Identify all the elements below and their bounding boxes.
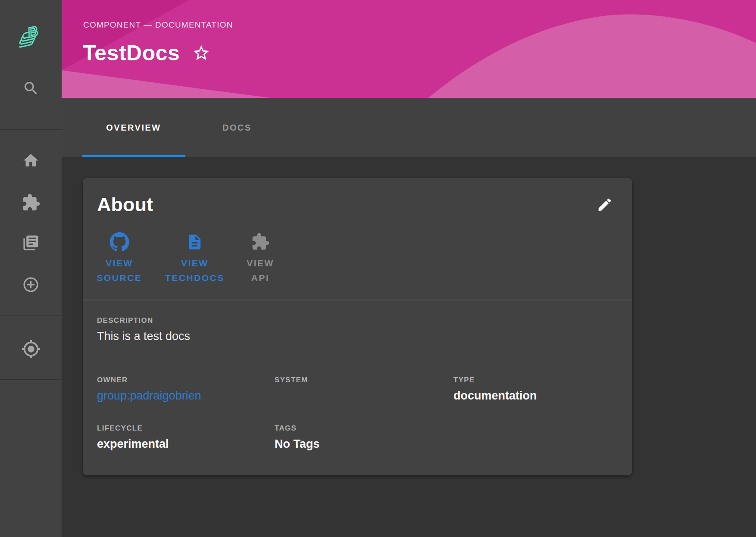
field-system-label: SYSTEM: [275, 375, 308, 384]
entity-header: COMPONENT — DOCUMENTATION TestDocs: [62, 0, 756, 98]
sidebar-divider: [0, 315, 62, 316]
backstage-logo-icon: B: [19, 22, 43, 49]
sidebar-item-plugins[interactable]: [0, 193, 62, 212]
view-source-label-line1: VIEW: [106, 256, 133, 271]
view-source-action[interactable]: VIEW SOURCE: [97, 232, 142, 285]
view-techdocs-label-line2: TECHDOCS: [165, 271, 225, 285]
star-outline-icon: [192, 44, 211, 62]
field-tags: TAGS No Tags: [275, 424, 320, 451]
field-owner-label: OWNER: [97, 375, 201, 384]
sidebar-item-settings[interactable]: [0, 339, 62, 359]
favorite-button[interactable]: [191, 43, 212, 63]
sidebar: B: [0, 0, 62, 537]
page-title: TestDocs: [83, 41, 180, 66]
owner-link[interactable]: group:padraigobrien: [97, 388, 201, 403]
field-type-value: documentation: [453, 388, 537, 403]
field-lifecycle-label: LIFECYCLE: [97, 424, 169, 433]
api-puzzle-icon: [251, 232, 270, 252]
sidebar-divider: [0, 129, 62, 130]
field-lifecycle: LIFECYCLE experimental: [97, 424, 169, 451]
backstage-logo-icon[interactable]: B: [0, 23, 62, 49]
tab-docs[interactable]: DOCS: [185, 98, 289, 157]
field-owner: OWNER group:padraigobrien: [97, 375, 201, 403]
github-icon: [109, 232, 129, 252]
active-tab-indicator: [82, 155, 185, 157]
field-tags-label: TAGS: [275, 424, 320, 433]
home-icon: [22, 152, 40, 169]
field-description: DESCRIPTION This is a test docs: [97, 316, 190, 343]
entity-kind-breadcrumb: COMPONENT — DOCUMENTATION: [83, 20, 233, 30]
field-type: TYPE documentation: [453, 375, 537, 403]
tab-overview[interactable]: OVERVIEW: [82, 98, 185, 157]
search-icon: [22, 80, 40, 97]
view-api-label-line2: API: [251, 271, 270, 285]
pencil-edit-icon: [597, 197, 613, 213]
field-description-label: DESCRIPTION: [97, 316, 190, 325]
entity-tabs: OVERVIEW DOCS: [62, 98, 756, 157]
about-card: About VIEW SOURCE VIEW TECHDO: [83, 178, 632, 475]
view-source-label-line2: SOURCE: [97, 271, 142, 285]
add-circle-icon: [22, 276, 40, 293]
search-button[interactable]: [0, 80, 62, 97]
page: B: [0, 0, 756, 537]
sidebar-divider: [0, 379, 62, 380]
field-lifecycle-value: experimental: [97, 437, 169, 451]
about-card-title: About: [97, 194, 153, 216]
field-type-label: TYPE: [453, 375, 537, 384]
sidebar-item-docs[interactable]: [0, 234, 62, 251]
view-techdocs-label-line1: VIEW: [181, 256, 209, 271]
my-location-icon: [21, 339, 41, 359]
view-api-label-line1: VIEW: [247, 256, 274, 271]
field-system: SYSTEM: [275, 375, 308, 388]
library-books-icon: [22, 234, 40, 252]
view-techdocs-action[interactable]: VIEW TECHDOCS: [165, 232, 225, 285]
field-tags-value: No Tags: [275, 437, 320, 451]
techdocs-file-icon: [186, 232, 204, 252]
field-description-value: This is a test docs: [97, 329, 190, 343]
view-api-action: VIEW API: [247, 232, 274, 285]
edit-metadata-button[interactable]: [594, 194, 615, 215]
card-divider: [83, 300, 632, 300]
sidebar-item-create[interactable]: [0, 276, 62, 293]
puzzle-extension-icon: [22, 193, 41, 212]
sidebar-item-home[interactable]: [0, 152, 62, 169]
